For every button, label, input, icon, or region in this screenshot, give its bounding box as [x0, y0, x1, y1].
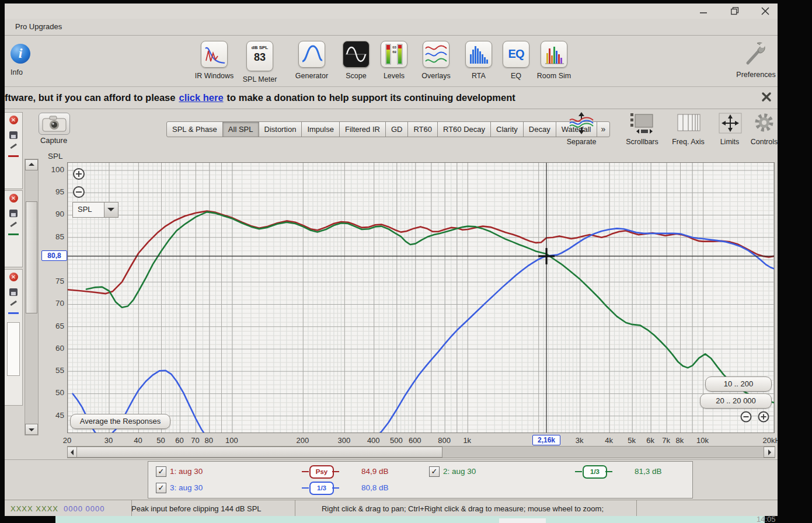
room-sim-button[interactable]: Room Sim [528, 41, 580, 80]
scope-icon [343, 41, 370, 68]
banner-close-button[interactable] [761, 92, 773, 103]
tab-clarity[interactable]: Clarity [490, 121, 524, 137]
scroll-up-button[interactable] [25, 159, 38, 170]
zoom-out-icon [72, 186, 85, 198]
save-measurement-icon[interactable] [9, 131, 18, 139]
close-button[interactable] [755, 5, 775, 18]
controls-button[interactable]: Controls [738, 112, 778, 146]
legend-item: ✓2: aug 301/381,3 dB [429, 465, 686, 479]
smoothing-badge[interactable]: 1/3 [575, 465, 614, 477]
zoom-in-button[interactable] [72, 168, 85, 180]
axis-mode-dropdown[interactable]: SPL [72, 202, 119, 218]
y-tick-label: 95 [43, 187, 64, 196]
measurement-checkbox[interactable]: ✓ [156, 466, 166, 477]
delete-measurement-icon[interactable]: ✕ [9, 194, 18, 203]
y-zoom-in-button[interactable] [758, 411, 771, 424]
x-tick-label: 20kHz [755, 436, 778, 445]
delete-measurement-icon[interactable]: ✕ [9, 116, 18, 124]
range-20-20000-button[interactable]: 20 .. 20 000 [700, 393, 772, 409]
capture-button[interactable] [39, 113, 70, 135]
edit-measurement-icon[interactable] [9, 145, 18, 153]
close-icon [761, 7, 769, 15]
measurement-checkbox[interactable]: ✓ [156, 483, 166, 493]
y-tick-label: 75 [43, 277, 64, 285]
rew-window: Pro Upgrades i Info IR Windows dB SPL83 … [5, 4, 778, 516]
scroll-thumb[interactable] [26, 201, 37, 313]
gear-icon [749, 112, 778, 134]
save-measurement-icon[interactable] [9, 210, 18, 217]
restore-button[interactable] [725, 5, 745, 18]
scrollbars-button[interactable]: Scrollbars [616, 112, 668, 146]
x-tick-label: 200 [284, 436, 321, 445]
donation-link[interactable]: click here [179, 92, 223, 103]
tab-gd[interactable]: GD [385, 121, 409, 137]
smoothing-badge[interactable]: 1/3 [302, 482, 340, 494]
spl-meter-button[interactable]: dB SPL83 SPL Meter [234, 41, 286, 83]
y-zoom-out-button[interactable] [740, 411, 753, 424]
average-responses-button[interactable]: Average the Responses [70, 414, 170, 429]
save-measurement-icon[interactable] [9, 288, 18, 296]
edit-measurement-icon[interactable] [9, 302, 18, 310]
measurement-label[interactable]: 1: aug 30 [170, 467, 203, 476]
input-meter-cell: XXXX XXXX 0000 0000 [5, 500, 132, 516]
menu-pro-upgrades[interactable]: Pro Upgrades [15, 22, 62, 31]
tab-filtered-ir[interactable]: Filtered IR [339, 121, 386, 137]
tab-rt60[interactable]: RT60 [407, 121, 438, 137]
eq-icon: EQ [503, 41, 529, 68]
legend-item: ✓3: aug 301/380,8 dB [156, 481, 413, 495]
tab-decay[interactable]: Decay [523, 121, 556, 137]
scroll-thumb[interactable] [76, 447, 442, 458]
separate-label: Separate [555, 138, 608, 146]
measurement-label[interactable]: 2: aug 30 [443, 467, 476, 476]
banner-text-after: to make a donation to help support its c… [227, 92, 515, 103]
measurement-panel-stub[interactable]: ✕ [5, 190, 23, 267]
sidebar-vertical-scrollbar[interactable] [25, 159, 39, 435]
measurement-panel-stub[interactable]: ✕ [5, 269, 23, 406]
measurement-legend: ✓1: aug 30Psy84,9 dB✓2: aug 301/381,3 dB… [148, 461, 693, 498]
y-tick-label: 100 [43, 165, 64, 174]
y-tick-label: 55 [43, 366, 64, 375]
y-tick-label: 90 [43, 210, 64, 218]
scroll-right-button[interactable] [764, 447, 775, 458]
y-tick-label: 50 [43, 388, 64, 397]
chevron-down-icon[interactable] [104, 203, 118, 217]
cursor-db-readout: 80,8 [41, 250, 67, 261]
preferences-label: Preferences [730, 71, 778, 79]
zoom-in-icon [72, 168, 85, 180]
generator-icon [298, 41, 325, 68]
delete-measurement-icon[interactable]: ✕ [9, 273, 18, 281]
spl-chart[interactable]: SPL Average the Responses 10 .. 200 20 .… [67, 162, 775, 433]
x-tick-label: 1k [448, 436, 486, 445]
minimize-button[interactable] [693, 5, 713, 18]
rta-icon [465, 41, 492, 68]
tab-distortion[interactable]: Distortion [259, 121, 302, 137]
tab-all-spl[interactable]: All SPL [222, 121, 259, 137]
spl-meter-label: SPL Meter [234, 75, 286, 83]
zoom-out-button[interactable] [72, 186, 85, 198]
hint-cell: Right click & drag to pan; Ctrl+Right cl… [289, 500, 637, 516]
zoom-in-icon [758, 411, 770, 423]
info-button[interactable]: i Info [5, 41, 47, 76]
tab-spl-phase[interactable]: SPL & Phase [166, 121, 223, 137]
capture-label: Capture [25, 136, 83, 145]
edit-measurement-icon[interactable] [9, 223, 18, 231]
input-meter-left: XXXX XXXX [11, 504, 58, 513]
y-axis-title: SPL [48, 152, 63, 161]
y-tick-label: 70 [43, 299, 64, 308]
measurement-label[interactable]: 3: aug 30 [170, 483, 203, 492]
ir-windows-label: IR Windows [188, 72, 241, 80]
separate-button[interactable]: Separate [555, 112, 608, 146]
chart-horizontal-scrollbar[interactable] [67, 446, 775, 458]
measurement-checkbox[interactable]: ✓ [429, 466, 440, 477]
smoothing-badge[interactable]: Psy [302, 465, 340, 477]
measurement-panel-stub[interactable]: ✕ [5, 112, 23, 189]
spl-meter-icon: dB SPL83 [246, 41, 273, 71]
x-tick-label: 10k [684, 436, 722, 445]
x-tick-label: 100 [213, 436, 250, 445]
ir-windows-button[interactable]: IR Windows [188, 41, 241, 80]
tab-rt60-decay[interactable]: RT60 Decay [437, 121, 491, 137]
preferences-button[interactable]: Preferences [730, 41, 778, 79]
range-10-200-button[interactable]: 10 .. 200 [705, 376, 772, 392]
tab-impulse[interactable]: Impulse [301, 121, 340, 137]
scroll-down-button[interactable] [25, 424, 38, 435]
